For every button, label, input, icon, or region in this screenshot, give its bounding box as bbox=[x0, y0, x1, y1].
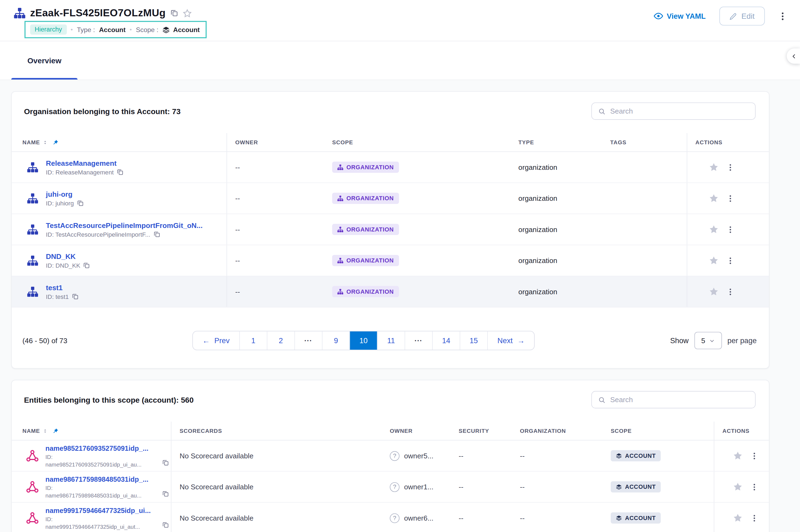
pin-icon[interactable] bbox=[52, 139, 59, 145]
per-page-select[interactable]: 5 bbox=[694, 332, 722, 349]
hierarchy-icon bbox=[14, 7, 25, 19]
copy-icon[interactable] bbox=[170, 9, 178, 17]
org-name-link[interactable]: juhi-org bbox=[46, 190, 84, 198]
copy-icon[interactable] bbox=[162, 521, 169, 528]
arrow-right-icon: → bbox=[517, 336, 525, 344]
more-options-icon[interactable] bbox=[750, 451, 759, 460]
pagination-page[interactable]: 2 bbox=[267, 331, 294, 350]
organization-cell: -- bbox=[512, 472, 603, 502]
copy-icon[interactable] bbox=[153, 231, 160, 238]
favorite-star-icon[interactable] bbox=[182, 8, 192, 18]
hierarchy-meta-box: Hierarchy • Type : Account • Scope : Acc… bbox=[24, 21, 207, 38]
layers-icon bbox=[616, 484, 622, 490]
pagination-ellipsis[interactable]: ••• bbox=[405, 331, 432, 350]
organization-icon bbox=[27, 224, 38, 235]
entity-name-link[interactable]: name9991759466477325idp_ui... bbox=[46, 507, 151, 514]
pagination-page[interactable]: 14 bbox=[432, 331, 459, 350]
more-options-icon[interactable] bbox=[726, 163, 735, 171]
pagination-page-current[interactable]: 10 bbox=[349, 331, 377, 350]
column-name: NAME bbox=[22, 428, 40, 434]
more-options-icon[interactable] bbox=[726, 225, 735, 234]
copy-icon[interactable] bbox=[77, 200, 84, 207]
org-name-link[interactable]: test1 bbox=[46, 283, 78, 291]
page-title: zEaak-FLS425IEO7OLzMUg bbox=[30, 7, 166, 19]
favorite-star-icon[interactable] bbox=[709, 286, 719, 297]
more-options-icon[interactable] bbox=[726, 194, 735, 203]
column-actions: ACTIONS bbox=[695, 139, 722, 145]
favorite-star-icon[interactable] bbox=[709, 162, 719, 173]
pagination-range: (46 - 50) of 73 bbox=[22, 336, 130, 344]
tab-overview-label: Overview bbox=[28, 56, 61, 65]
column-organization: ORGANIZATION bbox=[520, 428, 566, 434]
type-value: organization bbox=[518, 163, 557, 171]
pagination-prev[interactable]: ← Prev bbox=[193, 331, 239, 350]
chevron-down-icon bbox=[709, 338, 715, 343]
service-icon bbox=[26, 512, 39, 525]
tags-cell bbox=[602, 245, 687, 276]
favorite-star-icon[interactable] bbox=[709, 224, 719, 235]
copy-icon[interactable] bbox=[162, 459, 169, 466]
tags-cell bbox=[602, 152, 687, 183]
layers-icon bbox=[162, 26, 170, 34]
sort-icon[interactable] bbox=[43, 428, 48, 434]
pagination-ellipsis[interactable]: ••• bbox=[294, 331, 322, 350]
copy-icon[interactable] bbox=[162, 490, 169, 497]
organization-cell: -- bbox=[512, 440, 603, 471]
favorite-star-icon[interactable] bbox=[732, 451, 743, 461]
scope-label: Scope : bbox=[136, 26, 159, 34]
dot-separator: • bbox=[130, 26, 132, 33]
collapse-panel-button[interactable] bbox=[787, 49, 800, 63]
pagination-bar: (46 - 50) of 73 ← Prev 1 2 ••• 9 10 11 •… bbox=[12, 307, 769, 350]
pagination-page[interactable]: 9 bbox=[322, 331, 349, 350]
copy-icon[interactable] bbox=[117, 169, 123, 175]
organization-icon bbox=[337, 288, 343, 295]
copy-icon[interactable] bbox=[84, 262, 90, 268]
entities-search-input[interactable] bbox=[610, 396, 749, 404]
more-options-icon[interactable] bbox=[750, 514, 759, 522]
scope-badge: ORGANIZATION bbox=[332, 162, 399, 173]
pagination-page[interactable]: 1 bbox=[239, 331, 267, 350]
pin-icon[interactable] bbox=[52, 428, 59, 434]
pagination-next[interactable]: Next → bbox=[487, 331, 534, 350]
entities-card: Entities belonging to this scope (accoun… bbox=[11, 380, 769, 532]
pagination-page[interactable]: 11 bbox=[377, 331, 405, 350]
org-name-link[interactable]: DND_KK bbox=[46, 252, 90, 260]
org-id: ID: juhiorg bbox=[46, 200, 74, 207]
favorite-star-icon[interactable] bbox=[709, 193, 719, 204]
table-row: name98671759898485031idp_... ID: name986… bbox=[12, 472, 769, 503]
organization-cell: -- bbox=[512, 503, 603, 532]
sort-icon[interactable] bbox=[43, 139, 48, 145]
favorite-star-icon[interactable] bbox=[709, 255, 719, 266]
owner-cell: -- bbox=[227, 183, 324, 214]
type-value: organization bbox=[518, 287, 557, 296]
pagination-page[interactable]: 15 bbox=[460, 331, 487, 350]
header-actions: View YAML Edit bbox=[653, 6, 788, 25]
more-options-icon[interactable] bbox=[726, 287, 735, 296]
column-name: NAME bbox=[22, 139, 40, 145]
org-name-link[interactable]: ReleaseManagement bbox=[46, 159, 124, 167]
layers-icon bbox=[616, 515, 622, 521]
entity-name-link[interactable]: name98671759898485031idp_... bbox=[46, 476, 148, 483]
organisations-heading: Organisation belonging to this Account: … bbox=[24, 107, 181, 115]
type-value: organization bbox=[518, 225, 557, 233]
table-row: name9991759466477325idp_ui... ID: name99… bbox=[12, 503, 769, 532]
favorite-star-icon[interactable] bbox=[732, 513, 743, 523]
tags-cell bbox=[602, 183, 687, 214]
tab-overview[interactable]: Overview bbox=[11, 41, 77, 80]
edit-button[interactable]: Edit bbox=[720, 6, 765, 25]
more-options-icon[interactable] bbox=[750, 482, 759, 491]
org-search-input[interactable] bbox=[610, 107, 749, 115]
more-options-icon[interactable] bbox=[778, 11, 788, 21]
favorite-star-icon[interactable] bbox=[732, 482, 743, 492]
type-label: Type : bbox=[77, 26, 95, 34]
column-type: TYPE bbox=[518, 139, 534, 145]
view-yaml-button[interactable]: View YAML bbox=[653, 11, 706, 21]
layers-icon bbox=[616, 453, 622, 459]
copy-icon[interactable] bbox=[72, 293, 78, 300]
more-options-icon[interactable] bbox=[726, 256, 735, 265]
org-name-link[interactable]: TestAccResourcePipelineImportFromGit_oN.… bbox=[46, 221, 203, 229]
column-owner: OWNER bbox=[390, 428, 413, 434]
entity-name-link[interactable]: name98521760935275091idp_... bbox=[46, 444, 148, 452]
tags-cell bbox=[602, 276, 687, 307]
owner-cell: -- bbox=[227, 214, 324, 245]
